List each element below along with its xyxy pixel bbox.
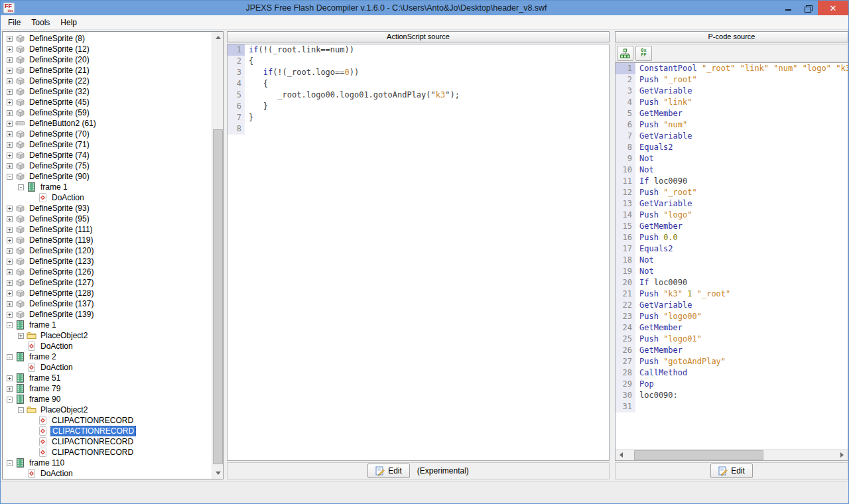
tree-item[interactable]: +DefineSprite (127): [3, 277, 212, 288]
tree-item[interactable]: +DefineSprite (70): [3, 129, 212, 139]
edit-actionscript-button[interactable]: Edit: [367, 464, 410, 478]
collapse-icon[interactable]: -: [7, 397, 13, 403]
expand-icon[interactable]: +: [18, 333, 24, 339]
tree-item[interactable]: CLIPACTIONRECORD: [3, 415, 212, 426]
expand-icon[interactable]: +: [7, 163, 13, 169]
tree-item[interactable]: +DefineSprite (123): [3, 256, 212, 267]
collapse-icon[interactable]: -: [18, 184, 24, 190]
tree-item[interactable]: +DefineSprite (32): [3, 86, 212, 97]
expand-icon[interactable]: +: [7, 131, 13, 137]
scroll-up-button[interactable]: [212, 32, 224, 43]
tree-item[interactable]: +frame 79: [3, 383, 212, 394]
tree-item[interactable]: +DefineSprite (137): [3, 298, 212, 309]
actionscript-code[interactable]: 1if(!(_root.link==num))2{3 if(!(_root.lo…: [227, 44, 610, 461]
tree-item[interactable]: +DefineSprite (95): [3, 214, 212, 224]
tree-item[interactable]: +DefineSprite (93): [3, 203, 212, 214]
expand-icon[interactable]: +: [7, 121, 13, 127]
close-button[interactable]: ✕: [818, 1, 848, 15]
tree-item[interactable]: DoAction: [3, 192, 212, 203]
tree-item[interactable]: +DefineSprite (8): [3, 33, 212, 44]
tree-item[interactable]: -frame 1: [3, 182, 212, 192]
expand-icon[interactable]: +: [7, 269, 13, 275]
tree-item[interactable]: +DefineSprite (111): [3, 224, 212, 235]
tree-item[interactable]: +DefineSprite (12): [3, 44, 212, 54]
expand-icon[interactable]: +: [7, 36, 13, 42]
tree-item[interactable]: DoAction: [3, 362, 212, 373]
tree-item[interactable]: CLIPACTIONRECORD: [3, 447, 212, 458]
tree-item[interactable]: -frame 1: [3, 320, 212, 330]
hex-view-button[interactable]: 0x FF: [635, 46, 652, 61]
tree-item[interactable]: +DefineSprite (22): [3, 76, 212, 86]
collapse-icon[interactable]: -: [7, 174, 13, 180]
pcode-code-wrap[interactable]: 1ConstantPool "_root" "link" "num" "logo…: [615, 62, 848, 461]
expand-icon[interactable]: +: [7, 237, 13, 243]
tree-item[interactable]: +DefineSprite (139): [3, 309, 212, 320]
collapse-icon[interactable]: -: [7, 354, 13, 360]
expand-icon[interactable]: +: [7, 99, 13, 105]
expand-icon[interactable]: +: [7, 46, 13, 52]
tree-item[interactable]: +DefineSprite (71): [3, 139, 212, 150]
expand-icon[interactable]: +: [7, 57, 13, 63]
expand-icon[interactable]: +: [7, 78, 13, 84]
tree-item[interactable]: -frame 2: [3, 351, 212, 362]
collapse-icon[interactable]: -: [7, 460, 13, 466]
tree-item[interactable]: -DefineSprite (90): [3, 171, 212, 182]
expand-icon[interactable]: +: [7, 142, 13, 148]
tree-item[interactable]: +DefineSprite (126): [3, 267, 212, 277]
pcode-footer: Edit: [615, 462, 848, 479]
tree-item[interactable]: +DefineSprite (21): [3, 65, 212, 76]
tree-item[interactable]: CLIPACTIONRECORD: [3, 426, 212, 436]
tree-scrollbar-thumb[interactable]: [213, 129, 223, 464]
menu-tools[interactable]: Tools: [26, 16, 55, 29]
expand-icon[interactable]: +: [7, 375, 13, 381]
expand-icon[interactable]: +: [7, 153, 13, 158]
tree-item[interactable]: DoAction: [3, 468, 212, 479]
scroll-right-button[interactable]: [836, 450, 848, 460]
tree-item[interactable]: +DefineSprite (120): [3, 245, 212, 256]
menu-file[interactable]: File: [3, 16, 26, 29]
sprite-tree[interactable]: +DefineSprite (8)+DefineSprite (12)+Defi…: [3, 33, 212, 479]
tree-item[interactable]: +DefineSprite (119): [3, 235, 212, 245]
expand-icon[interactable]: +: [7, 301, 13, 307]
expand-icon[interactable]: +: [7, 89, 13, 95]
menu-help[interactable]: Help: [55, 16, 82, 29]
expand-icon[interactable]: +: [7, 290, 13, 296]
tree-item[interactable]: CLIPACTIONRECORD: [3, 436, 212, 447]
tree-item[interactable]: -frame 110: [3, 458, 212, 468]
pcode-horizontal-scrollbar[interactable]: [616, 449, 848, 460]
expand-icon[interactable]: +: [7, 312, 13, 318]
tree-item[interactable]: +DefineSprite (75): [3, 160, 212, 171]
tree-item[interactable]: +DefineButton2 (61): [3, 118, 212, 129]
line-number: 8: [616, 142, 635, 153]
expand-icon[interactable]: +: [7, 206, 13, 212]
tree-item[interactable]: DoAction: [3, 341, 212, 351]
collapse-icon[interactable]: -: [18, 407, 24, 413]
collapse-icon[interactable]: -: [7, 322, 13, 328]
expand-icon[interactable]: +: [7, 216, 13, 222]
tree-item[interactable]: +DefineSprite (59): [3, 107, 212, 118]
line-number: 5: [228, 90, 245, 101]
tree-item[interactable]: +frame 51: [3, 373, 212, 383]
scroll-left-button[interactable]: [616, 450, 627, 460]
edit-pcode-button[interactable]: Edit: [710, 464, 753, 478]
expand-icon[interactable]: +: [7, 259, 13, 265]
tree-item[interactable]: +DefineSprite (20): [3, 54, 212, 65]
tree-item[interactable]: -PlaceObject2: [3, 405, 212, 415]
tree-item[interactable]: +DefineSprite (74): [3, 150, 212, 160]
restore-button[interactable]: [798, 1, 818, 15]
tree-item[interactable]: -frame 90: [3, 394, 212, 405]
expand-icon[interactable]: +: [7, 248, 13, 254]
scroll-down-button[interactable]: [212, 468, 224, 479]
tree-vertical-scrollbar[interactable]: [212, 32, 223, 479]
expand-icon[interactable]: +: [7, 68, 13, 74]
minimize-button[interactable]: [778, 1, 798, 15]
tree-item[interactable]: +DefineSprite (45): [3, 97, 212, 107]
tree-item[interactable]: +PlaceObject2: [3, 330, 212, 341]
graph-view-button[interactable]: [617, 46, 633, 61]
pcode-scrollbar-thumb[interactable]: [634, 450, 763, 460]
expand-icon[interactable]: +: [7, 386, 13, 392]
expand-icon[interactable]: +: [7, 110, 13, 116]
tree-item[interactable]: +DefineSprite (128): [3, 288, 212, 298]
expand-icon[interactable]: +: [7, 280, 13, 286]
expand-icon[interactable]: +: [7, 227, 13, 233]
